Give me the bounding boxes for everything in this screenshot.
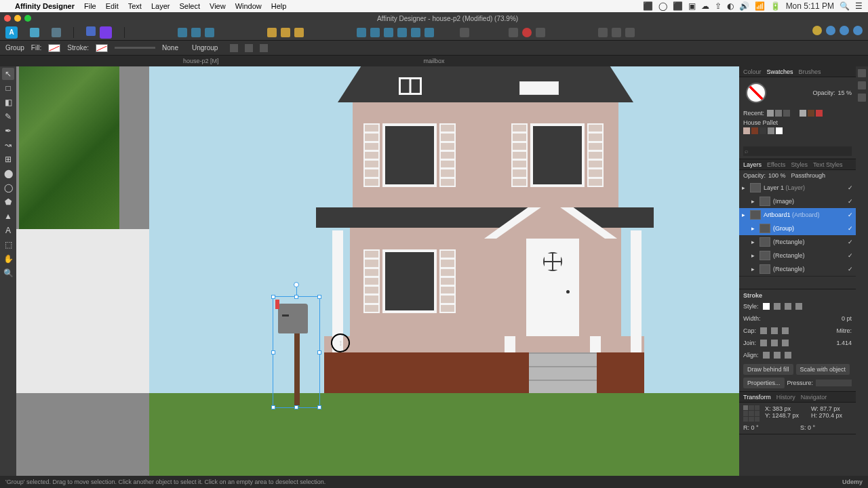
snap-icon[interactable] xyxy=(178,28,187,37)
snap-icon[interactable] xyxy=(191,28,201,37)
shear-value[interactable]: S: 0 ° xyxy=(800,424,852,431)
view-icon[interactable] xyxy=(536,28,545,37)
align-icon[interactable] xyxy=(425,28,434,37)
layer-row[interactable]: ▸(Group) ✓ xyxy=(739,222,856,235)
layer-row[interactable]: ▸Artboard1 (Artboard)✓ xyxy=(739,208,856,222)
align-icon[interactable] xyxy=(357,28,366,37)
tab-effects[interactable]: Effects xyxy=(767,161,785,168)
layer-opacity-value[interactable]: 100 % xyxy=(768,172,786,179)
resize-handle[interactable] xyxy=(317,350,321,354)
align-option[interactable] xyxy=(774,352,781,359)
x-value[interactable]: X: 383 px xyxy=(765,405,806,412)
align-icon[interactable] xyxy=(397,28,407,37)
move-tool[interactable]: ↖ xyxy=(2,68,14,80)
cap-option[interactable] xyxy=(760,327,767,334)
resize-handle[interactable] xyxy=(294,405,298,409)
menu-item[interactable]: Text xyxy=(128,2,142,10)
cap-option[interactable] xyxy=(771,327,778,334)
triangle-tool[interactable]: ▲ xyxy=(2,210,14,222)
artboard-tool[interactable]: □ xyxy=(2,82,14,94)
layer-row[interactable]: ▸(Image) ✓ xyxy=(739,195,856,208)
align-option[interactable] xyxy=(763,352,770,359)
clock[interactable]: Mon 5:11 PM xyxy=(786,1,834,11)
fill-color-well[interactable] xyxy=(746,83,766,103)
rounded-rect-tool[interactable]: ⬟ xyxy=(2,196,14,208)
join-option[interactable] xyxy=(771,340,778,346)
stroke-style-option[interactable] xyxy=(763,303,770,310)
hand-tool[interactable]: ✋ xyxy=(2,253,14,265)
cap-option[interactable] xyxy=(782,327,789,334)
status-icon[interactable]: ◐ xyxy=(727,1,734,11)
stroke-width-value[interactable]: 0 pt xyxy=(842,315,852,322)
palette-dropdown[interactable]: House Pallet xyxy=(743,119,778,126)
rectangle-tool[interactable]: ⬤ xyxy=(2,167,14,180)
tab-brushes[interactable]: Brushes xyxy=(799,68,821,75)
resize-handle[interactable] xyxy=(294,295,298,299)
status-icon[interactable]: ▣ xyxy=(688,1,696,11)
view-mode-icon[interactable] xyxy=(826,26,835,35)
tab-transform[interactable]: Transform xyxy=(743,394,771,401)
ungroup-button[interactable]: Ungroup xyxy=(192,44,218,52)
swatch-search[interactable] xyxy=(743,146,852,156)
view-mode-icon[interactable] xyxy=(853,26,863,35)
fill-swatch[interactable] xyxy=(48,44,60,52)
tab-styles[interactable]: Styles xyxy=(791,161,808,168)
layer-action-icon[interactable] xyxy=(743,279,750,286)
ellipse-tool[interactable]: ◯ xyxy=(2,182,14,194)
menu-item[interactable]: Window xyxy=(235,2,262,10)
menu-icon[interactable]: ☰ xyxy=(855,1,863,11)
status-icon[interactable]: ⇪ xyxy=(715,1,722,11)
stroke-width-slider[interactable] xyxy=(115,47,155,49)
compound-icon[interactable] xyxy=(625,28,635,37)
stroke-style-option[interactable] xyxy=(785,303,791,310)
rail-icon[interactable] xyxy=(858,81,866,89)
layer-action-icon[interactable] xyxy=(762,279,769,286)
opacity-value[interactable]: 15 % xyxy=(837,89,852,96)
shape-icon[interactable] xyxy=(86,26,96,36)
tab-navigator[interactable]: Navigator xyxy=(801,394,827,401)
status-icon[interactable]: 🔊 xyxy=(739,1,749,11)
designer-persona-icon[interactable]: A xyxy=(5,26,18,39)
stroke-style-option[interactable] xyxy=(795,303,802,310)
view-mode-icon[interactable] xyxy=(840,26,849,35)
properties-button[interactable]: Properties... xyxy=(743,378,785,388)
layer-action-icon[interactable] xyxy=(753,279,760,286)
blend-mode-dropdown[interactable]: Passthrough xyxy=(791,172,826,179)
align-icon[interactable] xyxy=(384,28,393,37)
menu-item[interactable]: Help xyxy=(271,2,287,10)
resize-handle[interactable] xyxy=(271,295,275,299)
pencil-tool[interactable]: ✒ xyxy=(2,125,14,137)
h-value[interactable]: H: 270.4 px xyxy=(811,412,852,419)
w-value[interactable]: W: 87.7 px xyxy=(811,405,852,412)
maximize-button[interactable] xyxy=(24,15,31,22)
group-button[interactable]: Group xyxy=(5,44,24,52)
rail-icon[interactable] xyxy=(858,69,866,77)
pen-tool[interactable]: ✎ xyxy=(2,110,14,123)
stroke-style-option[interactable] xyxy=(774,303,781,310)
mitre-value[interactable]: 1.414 xyxy=(836,340,852,346)
draw-behind-toggle[interactable]: Draw behind fill xyxy=(743,364,793,375)
text-tool[interactable]: A xyxy=(2,224,14,237)
status-icon[interactable]: ⬛ xyxy=(643,1,653,11)
menu-item[interactable]: Affinity Designer xyxy=(15,2,75,10)
pixel-persona-icon[interactable] xyxy=(30,28,39,37)
align-option[interactable] xyxy=(785,352,791,359)
layer-row[interactable]: ▸(Rectangle) ✓ xyxy=(739,235,856,249)
battery-icon[interactable]: 🔋 xyxy=(770,1,781,11)
arrange-icon[interactable] xyxy=(281,28,290,37)
tab-layers[interactable]: Layers xyxy=(743,161,762,168)
transform-icon[interactable] xyxy=(245,44,253,52)
snap-icon[interactable] xyxy=(205,28,214,37)
snap-toggle-icon[interactable] xyxy=(522,28,532,37)
compound-icon[interactable] xyxy=(598,28,608,37)
delete-layer-icon[interactable] xyxy=(845,279,852,286)
resize-handle[interactable] xyxy=(317,405,321,409)
status-icon[interactable]: ☁ xyxy=(701,1,709,11)
arrange-icon[interactable] xyxy=(267,28,277,37)
zoom-tool[interactable]: 🔍 xyxy=(2,267,14,279)
layer-row[interactable]: ▸Layer 1 (Layer)✓ xyxy=(739,181,856,195)
arrange-icon[interactable] xyxy=(294,28,304,37)
stroke-swatch[interactable] xyxy=(96,44,108,52)
rotation-handle[interactable] xyxy=(294,282,299,287)
join-option[interactable] xyxy=(782,340,789,346)
